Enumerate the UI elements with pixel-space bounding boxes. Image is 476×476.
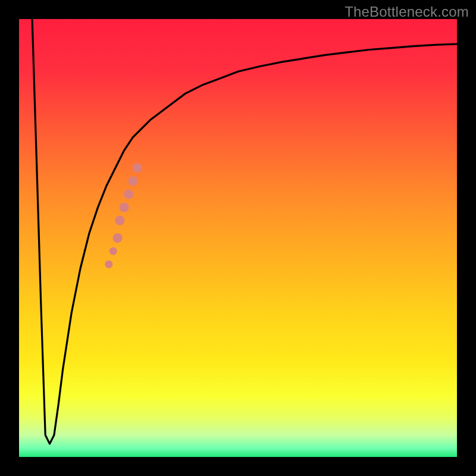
chart-frame: TheBottleneck.com bbox=[0, 0, 476, 476]
curve-marker bbox=[105, 261, 112, 268]
bottleneck-curve bbox=[19, 19, 457, 457]
curve-marker bbox=[120, 203, 129, 212]
curve-marker bbox=[128, 176, 137, 186]
curve-marker bbox=[133, 163, 142, 173]
watermark-text: TheBottleneck.com bbox=[345, 4, 469, 20]
plot-area bbox=[19, 19, 457, 457]
curve-marker bbox=[109, 248, 117, 255]
curve-line bbox=[32, 19, 457, 444]
curve-marker bbox=[113, 233, 123, 243]
curve-marker bbox=[115, 216, 124, 226]
curve-marker bbox=[124, 189, 133, 199]
